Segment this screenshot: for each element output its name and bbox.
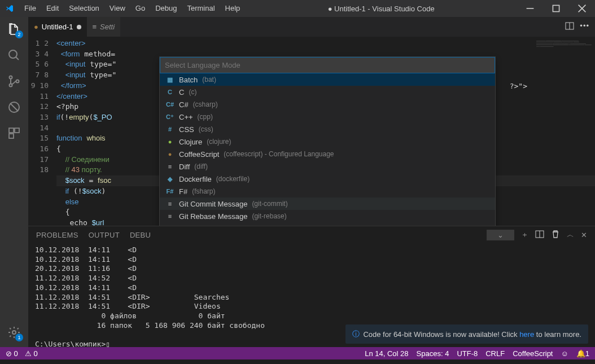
picker-item-label: Git Rebase Message	[179, 212, 247, 221]
panel-tabs: PROBLEMS OUTPUT DEBU ⌄ ＋ ︿ ✕	[28, 226, 595, 243]
window-controls	[517, 0, 595, 17]
editor[interactable]: 1 2 3 4 5 6 7 8 9 10 11 12 13 14 15 16 1…	[28, 37, 595, 226]
search-icon[interactable]	[6, 47, 22, 63]
svg-line-10	[10, 103, 18, 111]
picker-item[interactable]: ●CoffeeScript (coffeescript) - Configure…	[160, 148, 495, 160]
picker-item-label: CSS	[179, 125, 194, 134]
picker-item-label: Dockerfile	[179, 175, 212, 183]
svg-point-6	[10, 76, 12, 79]
tab-untitled-1[interactable]: ● Untitled-1	[28, 17, 87, 37]
menu-help[interactable]: Help	[220, 0, 246, 17]
menu-view[interactable]: View	[104, 0, 130, 17]
picker-item[interactable]: ◆Dockerfile (dockerfile)	[160, 173, 495, 185]
status-encoding[interactable]: UTF-8	[457, 349, 478, 358]
svg-line-5	[16, 57, 19, 60]
status-bell-icon[interactable]: 🔔1	[576, 349, 589, 358]
menu-edit[interactable]: Edit	[41, 0, 64, 17]
picker-item[interactable]: ≡Diff (diff)	[160, 160, 495, 173]
debug-icon[interactable]	[6, 99, 22, 115]
status-ln-col[interactable]: Ln 14, Col 28	[365, 349, 408, 358]
notification[interactable]: ⓘ Code for 64-bit Windows is now availab…	[345, 324, 588, 344]
tab-settings[interactable]: ≡ Setti	[87, 17, 121, 37]
picker-item[interactable]: #CSS (css)	[160, 123, 495, 135]
picker-item-label: Batch	[179, 76, 198, 84]
language-icon: ≡	[165, 162, 174, 171]
panel-tab-debug[interactable]: DEBU	[130, 231, 151, 239]
picker-item[interactable]: C#C# (csharp)	[160, 98, 495, 111]
explorer-icon[interactable]: 2	[6, 21, 22, 37]
status-warnings[interactable]: ⚠ 0	[25, 349, 38, 358]
status-feedback-icon[interactable]: ☺	[561, 349, 568, 358]
status-language[interactable]: CoffeeScript	[513, 349, 553, 358]
notification-text: Code for 64-bit Windows is now available…	[363, 330, 581, 339]
language-icon: ●	[165, 150, 174, 159]
picker-item-label: F#	[179, 187, 187, 196]
language-picker: ▦Batch (bat)CC (c)C#C# (csharp)C⁺C++ (cp…	[159, 56, 496, 226]
picker-item-label: Diff	[179, 163, 190, 171]
notification-link[interactable]: here	[519, 330, 534, 339]
picker-item[interactable]: ▦Batch (bat)	[160, 73, 495, 86]
menu-selection[interactable]: Selection	[64, 0, 104, 17]
picker-item[interactable]: C⁺C++ (cpp)	[160, 111, 495, 123]
info-icon: ⓘ	[352, 329, 360, 339]
language-icon: ▦	[165, 75, 174, 84]
picker-item-desc: (cpp)	[198, 113, 213, 121]
picker-item-label: C++	[179, 113, 193, 121]
chevron-up-icon[interactable]: ︿	[567, 230, 574, 240]
menu-debug[interactable]: Debug	[150, 0, 182, 17]
picker-item-desc: (git-rebase)	[252, 212, 286, 220]
picker-item-label: Git Commit Message	[179, 200, 247, 208]
svg-point-8	[16, 80, 19, 83]
modified-dot-icon	[77, 25, 81, 29]
vscode-logo-icon	[0, 4, 19, 13]
scm-icon[interactable]	[6, 73, 22, 89]
picker-item[interactable]: ≡Git Rebase Message (git-rebase)	[160, 210, 495, 222]
svg-rect-11	[9, 128, 14, 133]
maximize-button[interactable]	[543, 0, 569, 17]
status-spaces[interactable]: Spaces: 4	[417, 349, 449, 358]
activity-bar: 2 1	[0, 17, 28, 347]
menu-terminal[interactable]: Terminal	[182, 0, 220, 17]
tabs-bar: ● Untitled-1 ≡ Setti •••	[28, 17, 595, 37]
coffeescript-file-icon: ●	[34, 23, 38, 31]
panel-close-icon[interactable]: ✕	[581, 231, 587, 239]
status-bar: ⊘ 0 ⚠ 0 Ln 14, Col 28 Spaces: 4 UTF-8 CR…	[0, 347, 595, 359]
list-icon: ≡	[93, 23, 97, 31]
tab-label: Untitled-1	[42, 23, 73, 31]
status-eol[interactable]: CRLF	[485, 349, 505, 358]
new-terminal-icon[interactable]: ＋	[521, 230, 528, 240]
svg-point-14	[12, 331, 16, 334]
picker-item[interactable]: GGo (go)	[160, 222, 495, 226]
panel-tab-problems[interactable]: PROBLEMS	[36, 231, 78, 239]
picker-item[interactable]: ≡Git Commit Message (git-commit)	[160, 198, 495, 210]
extensions-icon[interactable]	[6, 125, 22, 141]
picker-item[interactable]: ●Clojure (clojure)	[160, 135, 495, 148]
settings-icon[interactable]: 1	[6, 324, 22, 340]
minimap[interactable]: ▬▬▬▬▬▬▬▬ ▬▬▬▬▬▬▬▬▬▬▬▬▬▬ ▬▬▬▬▬▬▬▬▬▬▬▬▬▬▬ …	[533, 37, 595, 226]
picker-item-desc: (dockerfile)	[216, 175, 250, 183]
close-button[interactable]	[569, 0, 595, 17]
split-terminal-icon[interactable]	[535, 230, 544, 240]
trash-icon[interactable]	[551, 230, 560, 240]
split-editor-icon[interactable]	[565, 21, 574, 32]
picker-item[interactable]: F#F# (fsharp)	[160, 185, 495, 198]
explorer-badge: 2	[15, 30, 23, 38]
chevron-down-icon[interactable]: ⌄	[487, 230, 514, 240]
minimize-button[interactable]	[517, 0, 543, 17]
more-actions-icon[interactable]: •••	[580, 21, 589, 32]
window-title: ● Untitled-1 - Visual Studio Code	[245, 5, 517, 13]
menu-go[interactable]: Go	[130, 0, 150, 17]
code-overflow: ?>">	[510, 82, 527, 90]
svg-rect-13	[9, 134, 14, 138]
panel-tab-output[interactable]: OUTPUT	[89, 231, 120, 239]
status-errors[interactable]: ⊘ 0	[6, 349, 18, 358]
picker-input[interactable]	[160, 57, 495, 73]
picker-item-desc: (diff)	[194, 163, 208, 170]
picker-item[interactable]: CC (c)	[160, 86, 495, 98]
svg-rect-12	[15, 128, 19, 133]
language-icon: ≡	[165, 199, 174, 208]
language-icon: ◆	[165, 174, 174, 183]
language-icon: ●	[165, 137, 174, 146]
line-numbers: 1 2 3 4 5 6 7 8 9 10 11 12 13 14 15 16 1…	[28, 37, 56, 226]
menu-file[interactable]: File	[19, 0, 41, 17]
